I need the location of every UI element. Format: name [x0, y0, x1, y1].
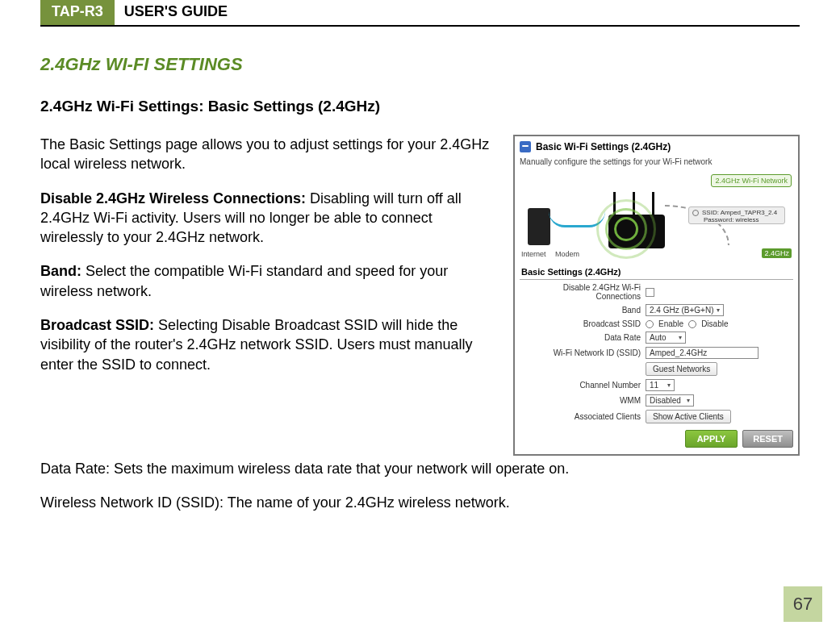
checkbox-disable[interactable] [646, 288, 654, 297]
label-clients: Associated Clients [520, 412, 641, 421]
panel-title: Basic Settings (2.4GHz) [520, 265, 793, 280]
label-disable: Disable 2.4GHz Wi-Fi Connections [520, 283, 641, 301]
apply-button[interactable]: APPLY [685, 430, 738, 448]
row-disable: Disable 2.4GHz Wi-Fi Connections [520, 283, 793, 301]
screenshot-figure: Basic Wi-Fi Settings (2.4GHz) Manually c… [513, 135, 800, 456]
term-ssid: Wireless Network ID (SSID): [40, 494, 228, 511]
internet-label: Internet [521, 250, 546, 258]
body-text: The Basic Settings page allows you to ad… [40, 135, 499, 389]
network-box-label: 2.4GHz Wi-Fi Network [711, 174, 792, 187]
header-bar: TAP-R3 USER'S GUIDE [40, 0, 800, 25]
select-band[interactable]: 2.4 GHz (B+G+N)▾ [646, 304, 724, 316]
label-ssid: Wi-Fi Network ID (SSID) [520, 348, 641, 357]
intro-paragraph: The Basic Settings page allows you to ad… [40, 135, 499, 174]
reset-button[interactable]: RESET [742, 430, 793, 448]
row-broadcast: Broadcast SSID Enable Disable [520, 319, 793, 328]
label-broadcast: Broadcast SSID [520, 319, 641, 328]
chevron-down-icon: ▾ [679, 334, 682, 341]
select-datarate[interactable]: Auto▾ [646, 332, 686, 344]
label-band: Band [520, 306, 641, 315]
term-datarate: Data Rate: [40, 461, 114, 477]
select-wmm[interactable]: Disabled▾ [646, 394, 694, 407]
chevron-down-icon: ▾ [667, 382, 671, 389]
modem-icon [528, 208, 550, 245]
row-guest: Guest Networks [520, 362, 793, 376]
section-title: 2.4GHz WI-FI SETTINGS [40, 54, 800, 75]
label-wmm: WMM [520, 396, 641, 405]
row-channel: Channel Number 11▾ [520, 379, 793, 391]
term-disable: Disable 2.4GHz Wireless Connections: [40, 190, 310, 206]
ssid-chip: SSID: Amped_TAPR3_2.4 Password: wireless [688, 206, 785, 224]
wifi-settings-icon [520, 141, 531, 152]
modem-label: Modem [555, 250, 579, 258]
label-channel: Channel Number [520, 381, 641, 390]
radio-enable[interactable] [646, 320, 654, 328]
body-text-continued: Data Rate: Sets the maximum wireless dat… [40, 459, 800, 513]
broadcast-paragraph: Broadcast SSID: Selecting Disable Broadc… [40, 315, 499, 374]
input-ssid[interactable]: Amped_2.4GHz [646, 347, 759, 359]
chevron-down-icon: ▾ [687, 397, 690, 404]
antenna-icon [652, 192, 654, 216]
select-channel[interactable]: 11▾ [646, 379, 675, 391]
header-rule [40, 25, 800, 27]
show-clients-button[interactable]: Show Active Clients [646, 410, 731, 423]
chevron-down-icon: ▾ [717, 306, 720, 314]
figure-title: Basic Wi-Fi Settings (2.4GHz) [536, 141, 671, 152]
datarate-paragraph: Data Rate: Sets the maximum wireless dat… [40, 459, 800, 478]
doc-title: USER'S GUIDE [115, 0, 228, 25]
disable-paragraph: Disable 2.4GHz Wireless Connections: Dis… [40, 189, 499, 248]
label-datarate: Data Rate [520, 333, 641, 342]
row-band: Band 2.4 GHz (B+G+N)▾ [520, 304, 793, 316]
row-datarate: Data Rate Auto▾ [520, 332, 793, 344]
row-ssid: Wi-Fi Network ID (SSID) Amped_2.4GHz [520, 347, 793, 359]
band-paragraph: Band: Select the compatible Wi-Fi standa… [40, 261, 499, 301]
row-clients: Associated Clients Show Active Clients [520, 410, 793, 423]
ssid-paragraph: Wireless Network ID (SSID): The name of … [40, 493, 800, 512]
row-wmm: WMM Disabled▾ [520, 394, 793, 407]
guest-networks-button[interactable]: Guest Networks [646, 362, 717, 376]
term-broadcast: Broadcast SSID: [40, 317, 158, 333]
page-number: 67 [784, 586, 822, 622]
term-band: Band: [40, 263, 86, 279]
product-tag: TAP-R3 [40, 0, 115, 25]
radio-disable[interactable] [688, 320, 696, 328]
band-tag: 2.4GHz [762, 248, 792, 258]
figure-subtitle: Manually configure the settings for your… [520, 157, 793, 166]
network-diagram: 2.4GHz Wi-Fi Network Internet Modem SSID… [520, 173, 793, 260]
subsection-title: 2.4GHz Wi-Fi Settings: Basic Settings (2… [40, 98, 800, 115]
